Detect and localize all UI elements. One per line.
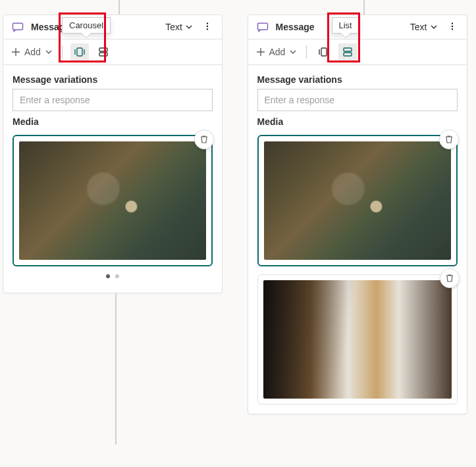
delete-media-button[interactable] <box>439 130 459 149</box>
carousel-pager[interactable] <box>13 266 213 283</box>
svg-rect-11 <box>321 48 327 56</box>
divider <box>62 45 63 59</box>
layout-list-button[interactable] <box>94 43 113 61</box>
node-title: Message <box>276 22 315 32</box>
list-icon <box>99 47 108 57</box>
response-input[interactable] <box>257 89 458 111</box>
plus-icon <box>256 47 265 57</box>
list-icon <box>343 47 352 57</box>
message-node-carousel: Carousel Message Text Add <box>3 14 223 293</box>
add-label: Add <box>24 47 41 57</box>
delete-media-button[interactable] <box>194 130 214 149</box>
more-vertical-icon <box>448 22 457 31</box>
media-card[interactable] <box>257 274 458 405</box>
card-header: Message Text <box>3 15 222 39</box>
toolbar: Add <box>248 39 467 65</box>
svg-rect-7 <box>257 23 267 30</box>
trash-icon <box>445 274 454 283</box>
svg-rect-4 <box>77 48 82 56</box>
carousel-icon <box>74 47 86 57</box>
media-image <box>263 280 452 399</box>
tooltip-carousel: Carousel <box>62 17 111 34</box>
chevron-down-icon <box>185 23 193 31</box>
variations-heading: Message variations <box>13 74 213 85</box>
message-icon <box>11 20 24 34</box>
chevron-down-icon <box>45 48 53 56</box>
svg-rect-0 <box>13 23 23 30</box>
svg-point-9 <box>451 25 452 26</box>
add-label: Add <box>269 47 286 57</box>
variations-heading: Message variations <box>257 74 458 85</box>
more-menu[interactable] <box>199 22 215 33</box>
chevron-down-icon <box>289 48 297 56</box>
media-card[interactable] <box>257 135 458 266</box>
media-image <box>264 141 451 260</box>
message-icon <box>256 20 269 34</box>
svg-point-1 <box>207 22 208 24</box>
toolbar: Add <box>3 39 222 65</box>
plus-icon <box>11 47 20 57</box>
divider <box>306 45 307 59</box>
output-type-dropdown[interactable]: Text <box>165 22 193 32</box>
tooltip-list: List <box>332 17 359 34</box>
delete-media-button[interactable] <box>440 268 460 288</box>
svg-rect-6 <box>99 53 107 56</box>
carousel-icon <box>318 47 330 57</box>
media-heading: Media <box>13 116 213 127</box>
trash-icon <box>199 135 209 144</box>
svg-point-3 <box>207 28 208 30</box>
pager-dot[interactable] <box>115 274 119 278</box>
output-type-label: Text <box>165 22 182 32</box>
svg-rect-13 <box>344 53 352 56</box>
media-card[interactable] <box>13 135 213 266</box>
output-type-dropdown[interactable]: Text <box>410 22 438 32</box>
layout-carousel-button[interactable] <box>315 43 333 61</box>
svg-rect-5 <box>99 48 107 51</box>
pager-dot[interactable] <box>106 274 110 278</box>
svg-point-10 <box>451 28 452 30</box>
media-heading: Media <box>257 116 458 127</box>
layout-list-button[interactable] <box>338 43 357 61</box>
svg-point-8 <box>451 22 452 24</box>
svg-rect-12 <box>344 48 352 51</box>
response-input[interactable] <box>13 89 213 111</box>
add-button[interactable]: Add <box>255 44 299 60</box>
chevron-down-icon <box>430 23 438 31</box>
output-type-label: Text <box>410 22 427 32</box>
message-node-list: List Message Text Add <box>248 14 467 414</box>
add-button[interactable]: Add <box>10 44 54 60</box>
media-image <box>19 141 206 260</box>
svg-point-2 <box>207 25 208 26</box>
trash-icon <box>444 135 454 144</box>
more-menu[interactable] <box>444 22 460 33</box>
more-vertical-icon <box>203 22 212 31</box>
layout-carousel-button[interactable] <box>70 43 89 61</box>
